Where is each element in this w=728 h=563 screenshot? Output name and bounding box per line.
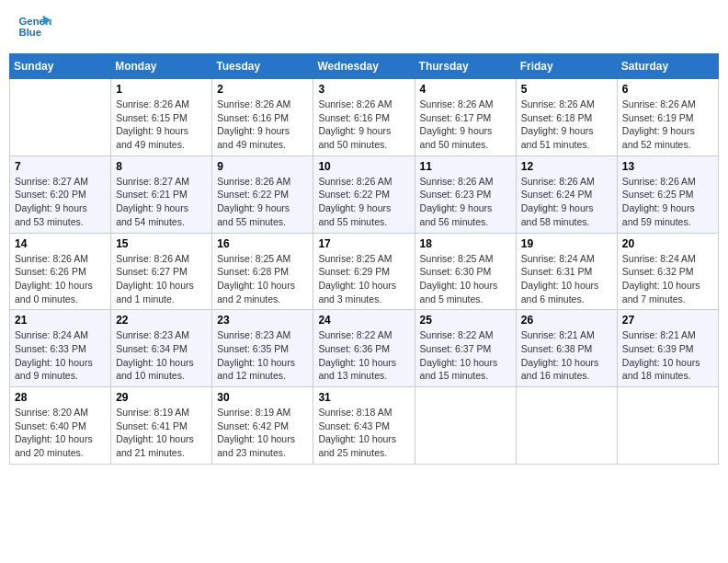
day-info: Sunrise: 8:24 AMSunset: 6:33 PMDaylight:…	[15, 328, 106, 383]
day-info: Sunrise: 8:25 AMSunset: 6:30 PMDaylight:…	[420, 252, 511, 306]
day-number: 1	[116, 83, 207, 96]
calendar-week-row: 14Sunrise: 8:26 AMSunset: 6:26 PMDayligh…	[10, 233, 719, 310]
day-info: Sunrise: 8:26 AMSunset: 6:16 PMDaylight:…	[217, 98, 308, 152]
calendar-cell	[415, 387, 516, 465]
day-info: Sunrise: 8:24 AMSunset: 6:32 PMDaylight:…	[622, 252, 713, 306]
day-info: Sunrise: 8:26 AMSunset: 6:19 PMDaylight:…	[622, 98, 713, 152]
day-number: 19	[521, 237, 612, 250]
calendar-cell: 7Sunrise: 8:27 AMSunset: 6:20 PMDaylight…	[10, 155, 111, 233]
day-number: 28	[15, 391, 106, 404]
day-number: 2	[217, 83, 308, 96]
day-info: Sunrise: 8:23 AMSunset: 6:34 PMDaylight:…	[116, 328, 207, 383]
day-number: 23	[217, 314, 308, 327]
weekday-header: Friday	[516, 54, 617, 79]
day-number: 6	[622, 83, 713, 96]
calendar-cell: 21Sunrise: 8:24 AMSunset: 6:33 PMDayligh…	[10, 310, 111, 387]
calendar-cell: 5Sunrise: 8:26 AMSunset: 6:18 PMDaylight…	[516, 79, 617, 156]
day-number: 9	[217, 160, 308, 173]
calendar-cell: 29Sunrise: 8:19 AMSunset: 6:41 PMDayligh…	[111, 387, 212, 465]
calendar-cell: 14Sunrise: 8:26 AMSunset: 6:26 PMDayligh…	[10, 233, 111, 310]
day-info: Sunrise: 8:22 AMSunset: 6:37 PMDaylight:…	[420, 328, 511, 383]
day-info: Sunrise: 8:21 AMSunset: 6:39 PMDaylight:…	[622, 328, 713, 383]
day-number: 17	[318, 237, 409, 250]
weekday-header: Tuesday	[212, 54, 313, 79]
day-number: 30	[217, 391, 308, 404]
day-info: Sunrise: 8:22 AMSunset: 6:36 PMDaylight:…	[318, 328, 409, 383]
day-info: Sunrise: 8:19 AMSunset: 6:41 PMDaylight:…	[116, 406, 207, 460]
calendar-cell: 4Sunrise: 8:26 AMSunset: 6:17 PMDaylight…	[415, 79, 516, 156]
day-number: 26	[521, 314, 612, 327]
calendar-week-row: 7Sunrise: 8:27 AMSunset: 6:20 PMDaylight…	[10, 155, 719, 233]
day-info: Sunrise: 8:26 AMSunset: 6:23 PMDaylight:…	[420, 175, 511, 229]
weekday-header: Monday	[111, 54, 212, 79]
weekday-header: Wednesday	[313, 54, 415, 79]
calendar-cell: 30Sunrise: 8:19 AMSunset: 6:42 PMDayligh…	[212, 387, 313, 465]
calendar-cell: 15Sunrise: 8:26 AMSunset: 6:27 PMDayligh…	[111, 233, 212, 310]
calendar-week-row: 21Sunrise: 8:24 AMSunset: 6:33 PMDayligh…	[10, 310, 719, 387]
calendar-cell: 31Sunrise: 8:18 AMSunset: 6:43 PMDayligh…	[313, 387, 415, 465]
day-number: 14	[15, 237, 106, 250]
day-info: Sunrise: 8:24 AMSunset: 6:31 PMDaylight:…	[521, 252, 612, 306]
calendar-cell: 22Sunrise: 8:23 AMSunset: 6:34 PMDayligh…	[111, 310, 212, 387]
calendar-cell: 19Sunrise: 8:24 AMSunset: 6:31 PMDayligh…	[516, 233, 617, 310]
day-info: Sunrise: 8:25 AMSunset: 6:28 PMDaylight:…	[217, 252, 308, 306]
calendar-cell	[516, 387, 617, 465]
day-number: 25	[420, 314, 511, 327]
day-info: Sunrise: 8:21 AMSunset: 6:38 PMDaylight:…	[521, 328, 612, 383]
day-info: Sunrise: 8:20 AMSunset: 6:40 PMDaylight:…	[15, 406, 106, 460]
page-header: General Blue	[9, 9, 719, 44]
day-info: Sunrise: 8:26 AMSunset: 6:24 PMDaylight:…	[521, 175, 612, 229]
calendar-cell: 23Sunrise: 8:23 AMSunset: 6:35 PMDayligh…	[212, 310, 313, 387]
calendar-cell: 25Sunrise: 8:22 AMSunset: 6:37 PMDayligh…	[415, 310, 516, 387]
day-number: 3	[318, 83, 409, 96]
day-info: Sunrise: 8:18 AMSunset: 6:43 PMDaylight:…	[318, 406, 409, 460]
day-info: Sunrise: 8:23 AMSunset: 6:35 PMDaylight:…	[217, 328, 308, 383]
calendar-week-row: 1Sunrise: 8:26 AMSunset: 6:15 PMDaylight…	[10, 79, 719, 156]
day-info: Sunrise: 8:26 AMSunset: 6:17 PMDaylight:…	[420, 98, 511, 152]
day-number: 5	[521, 83, 612, 96]
calendar-cell: 12Sunrise: 8:26 AMSunset: 6:24 PMDayligh…	[516, 155, 617, 233]
day-info: Sunrise: 8:26 AMSunset: 6:22 PMDaylight:…	[217, 175, 308, 229]
day-number: 11	[420, 160, 511, 173]
calendar-cell: 16Sunrise: 8:25 AMSunset: 6:28 PMDayligh…	[212, 233, 313, 310]
calendar-cell: 9Sunrise: 8:26 AMSunset: 6:22 PMDaylight…	[212, 155, 313, 233]
calendar-cell: 17Sunrise: 8:25 AMSunset: 6:29 PMDayligh…	[313, 233, 415, 310]
day-number: 22	[116, 314, 207, 327]
day-number: 15	[116, 237, 207, 250]
day-number: 4	[420, 83, 511, 96]
calendar-cell: 10Sunrise: 8:26 AMSunset: 6:22 PMDayligh…	[313, 155, 415, 233]
day-info: Sunrise: 8:26 AMSunset: 6:27 PMDaylight:…	[116, 252, 207, 306]
calendar-cell: 28Sunrise: 8:20 AMSunset: 6:40 PMDayligh…	[10, 387, 111, 465]
svg-text:Blue: Blue	[19, 27, 42, 38]
day-info: Sunrise: 8:27 AMSunset: 6:21 PMDaylight:…	[116, 175, 207, 229]
day-number: 12	[521, 160, 612, 173]
calendar-cell: 26Sunrise: 8:21 AMSunset: 6:38 PMDayligh…	[516, 310, 617, 387]
day-number: 24	[318, 314, 409, 327]
day-number: 20	[622, 237, 713, 250]
calendar-cell: 27Sunrise: 8:21 AMSunset: 6:39 PMDayligh…	[617, 310, 718, 387]
weekday-header-row: SundayMondayTuesdayWednesdayThursdayFrid…	[10, 54, 719, 79]
calendar-cell	[10, 79, 111, 156]
day-info: Sunrise: 8:26 AMSunset: 6:26 PMDaylight:…	[15, 252, 106, 306]
weekday-header: Sunday	[10, 54, 111, 79]
day-number: 31	[318, 391, 409, 404]
day-number: 13	[622, 160, 713, 173]
day-info: Sunrise: 8:26 AMSunset: 6:16 PMDaylight:…	[318, 98, 409, 152]
calendar-cell: 3Sunrise: 8:26 AMSunset: 6:16 PMDaylight…	[313, 79, 415, 156]
logo: General Blue	[18, 14, 55, 40]
calendar-cell: 13Sunrise: 8:26 AMSunset: 6:25 PMDayligh…	[617, 155, 718, 233]
day-number: 27	[622, 314, 713, 327]
calendar-cell: 18Sunrise: 8:25 AMSunset: 6:30 PMDayligh…	[415, 233, 516, 310]
day-info: Sunrise: 8:26 AMSunset: 6:18 PMDaylight:…	[521, 98, 612, 152]
calendar-cell	[617, 387, 718, 465]
calendar-table: SundayMondayTuesdayWednesdayThursdayFrid…	[9, 53, 719, 465]
calendar-cell: 2Sunrise: 8:26 AMSunset: 6:16 PMDaylight…	[212, 79, 313, 156]
weekday-header: Thursday	[415, 54, 516, 79]
day-number: 8	[116, 160, 207, 173]
calendar-cell: 24Sunrise: 8:22 AMSunset: 6:36 PMDayligh…	[313, 310, 415, 387]
calendar-cell: 6Sunrise: 8:26 AMSunset: 6:19 PMDaylight…	[617, 79, 718, 156]
calendar-cell: 1Sunrise: 8:26 AMSunset: 6:15 PMDaylight…	[111, 79, 212, 156]
day-number: 7	[15, 160, 106, 173]
day-info: Sunrise: 8:26 AMSunset: 6:15 PMDaylight:…	[116, 98, 207, 152]
calendar-cell: 8Sunrise: 8:27 AMSunset: 6:21 PMDaylight…	[111, 155, 212, 233]
